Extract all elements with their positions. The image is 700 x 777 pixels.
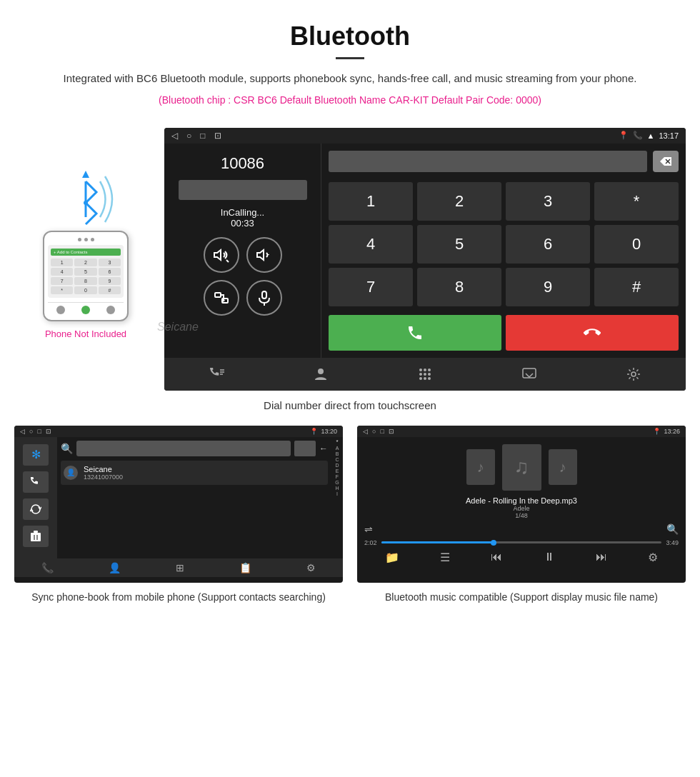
- pb-location-icon: 📍: [310, 428, 318, 435]
- alpha-D[interactable]: D: [335, 463, 339, 468]
- pb-call-button[interactable]: [23, 471, 49, 493]
- alpha-G[interactable]: G: [335, 480, 339, 485]
- volume-down-button[interactable]: -: [246, 237, 282, 273]
- music-progress-dot[interactable]: [491, 540, 496, 546]
- key-2[interactable]: 2: [417, 182, 501, 221]
- backspace-button[interactable]: [653, 151, 679, 172]
- key-8[interactable]: 8: [417, 268, 501, 306]
- key-5[interactable]: 5: [417, 225, 501, 264]
- pb-time: 13:20: [321, 428, 337, 435]
- music-progress-bar[interactable]: [381, 541, 662, 543]
- key-0[interactable]: 0: [594, 225, 679, 264]
- key-7[interactable]: 7: [329, 268, 413, 306]
- pk-0[interactable]: 0: [74, 286, 96, 294]
- music-prev-button[interactable]: ⏮: [491, 551, 502, 564]
- music-back-icon[interactable]: ◁: [363, 428, 368, 435]
- pb-contact-row[interactable]: 👤 Seicane 13241007000: [61, 461, 328, 485]
- key-3[interactable]: 3: [506, 182, 590, 221]
- music-notif-icon[interactable]: ⊡: [389, 428, 394, 435]
- alpha-I[interactable]: I: [336, 491, 338, 496]
- bnav-messages[interactable]: [515, 364, 544, 385]
- key-star[interactable]: *: [594, 182, 679, 221]
- pb-bottom-nav: 📞 👤 ⊞ 📋 ⚙: [14, 558, 343, 577]
- pk-8[interactable]: 8: [74, 277, 96, 285]
- contact-number: 13241007000: [84, 473, 123, 481]
- music-play-pause-button[interactable]: ⏸: [544, 551, 555, 564]
- pb-status-bar: ◁ ○ □ ⊡ 📍 13:20: [14, 426, 343, 437]
- mute-button[interactable]: [246, 280, 282, 316]
- bnav-contacts[interactable]: [306, 364, 335, 385]
- end-call-button[interactable]: [506, 315, 679, 351]
- notification-icon[interactable]: ⊡: [214, 131, 221, 141]
- pk-star[interactable]: *: [51, 286, 73, 294]
- shuffle-icon[interactable]: ⇌: [364, 523, 373, 535]
- music-screen: ◁ ○ □ ⊡ 📍 13:26 ♪: [357, 426, 686, 583]
- pb-bt-button[interactable]: ✻: [23, 444, 49, 466]
- volume-up-button[interactable]: +: [204, 237, 239, 273]
- pk-3[interactable]: 3: [99, 259, 121, 266]
- alpha-C[interactable]: C: [335, 457, 339, 462]
- pb-bnav-settings[interactable]: ⚙: [306, 562, 316, 573]
- wifi-icon: ▲: [647, 131, 655, 140]
- transfer-button[interactable]: [204, 280, 239, 316]
- music-list-icon[interactable]: ☰: [440, 551, 450, 564]
- svg-point-2: [84, 201, 88, 205]
- pk-5[interactable]: 5: [74, 268, 96, 276]
- alpha-H[interactable]: H: [335, 486, 339, 491]
- answer-call-button[interactable]: [329, 315, 501, 351]
- music-recents-icon[interactable]: □: [380, 428, 384, 435]
- alpha-B[interactable]: B: [336, 451, 339, 456]
- key-hash[interactable]: #: [594, 268, 679, 306]
- pb-main-content: 🔍 ← 👤 Seicane 13241007000: [57, 437, 331, 558]
- key-9[interactable]: 9: [506, 268, 590, 306]
- pb-home-icon[interactable]: ○: [29, 428, 33, 435]
- pb-bnav-messages[interactable]: 📋: [239, 562, 251, 573]
- pb-recents-icon[interactable]: □: [37, 428, 41, 435]
- pb-delete-button[interactable]: [23, 526, 49, 547]
- recents-icon[interactable]: □: [200, 131, 205, 141]
- car-screen-area: ◁ ○ □ ⊡ 📍 📞 ▲ 13:17: [164, 128, 686, 391]
- car-status-bar: ◁ ○ □ ⊡ 📍 📞 ▲ 13:17: [164, 128, 686, 144]
- pb-back-icon[interactable]: ◁: [20, 428, 25, 435]
- pk-hash[interactable]: #: [99, 286, 121, 294]
- phone-dot-1: [78, 238, 81, 241]
- alpha-F[interactable]: F: [336, 474, 339, 479]
- contact-info: Seicane 13241007000: [84, 465, 123, 481]
- alpha-E[interactable]: E: [336, 468, 339, 473]
- alpha-A[interactable]: A: [336, 446, 339, 451]
- music-note-icon-2: ♫: [514, 456, 529, 478]
- key-4[interactable]: 4: [329, 225, 413, 264]
- pb-notif-icon[interactable]: ⊡: [46, 428, 51, 435]
- pb-sync-button[interactable]: [23, 498, 49, 520]
- pk-2[interactable]: 2: [74, 259, 96, 266]
- home-icon[interactable]: ○: [186, 131, 191, 141]
- key-6[interactable]: 6: [506, 225, 590, 264]
- music-title: Adele - Rolling In the Deep.mp3: [466, 496, 577, 505]
- svg-point-21: [428, 369, 431, 371]
- svg-rect-11: [262, 291, 266, 299]
- pk-1[interactable]: 1: [51, 259, 73, 266]
- search-icon-music[interactable]: 🔍: [666, 523, 679, 535]
- alpha-star[interactable]: *: [336, 438, 338, 445]
- svg-point-25: [419, 377, 422, 380]
- pb-back-arrow[interactable]: ←: [319, 443, 328, 453]
- key-1[interactable]: 1: [329, 182, 413, 221]
- music-next-button[interactable]: ⏭: [596, 551, 607, 564]
- music-equalizer-icon[interactable]: ⚙: [648, 551, 658, 564]
- svg-point-23: [424, 373, 426, 376]
- pk-6[interactable]: 6: [99, 268, 121, 276]
- bnav-call-logs[interactable]: [202, 364, 231, 385]
- pk-9[interactable]: 9: [99, 277, 121, 285]
- car-bottom-nav: [164, 358, 686, 391]
- pb-bnav-contacts[interactable]: 👤: [109, 562, 121, 573]
- back-icon[interactable]: ◁: [171, 131, 178, 141]
- pk-7[interactable]: 7: [51, 277, 73, 285]
- pb-search-input[interactable]: [76, 441, 291, 456]
- bnav-dialpad[interactable]: [411, 364, 439, 385]
- music-folder-icon[interactable]: 📁: [385, 551, 399, 564]
- pb-bnav-call[interactable]: 📞: [41, 562, 54, 573]
- pk-4[interactable]: 4: [51, 268, 73, 276]
- music-home-icon[interactable]: ○: [372, 428, 376, 435]
- bnav-settings[interactable]: [619, 364, 648, 385]
- pb-bnav-dialpad[interactable]: ⊞: [176, 562, 184, 573]
